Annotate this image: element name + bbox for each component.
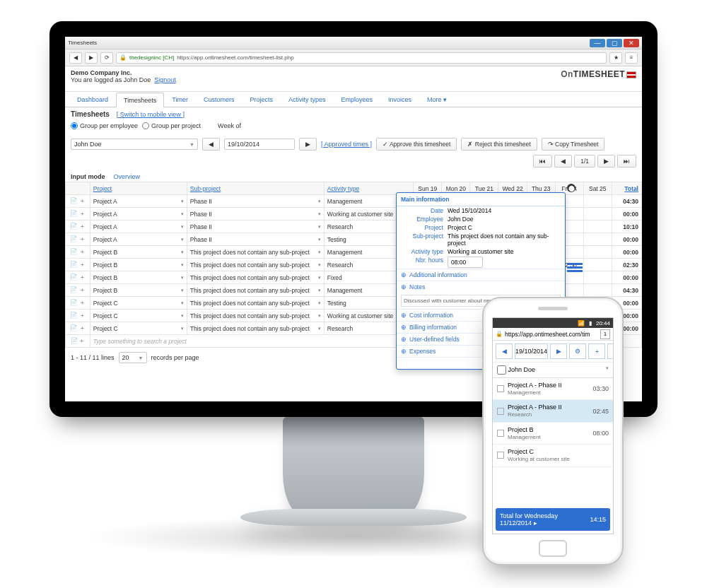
url-box[interactable]: 🔒 thedesigninc [CH] https://app.ontimesh… [116, 52, 607, 64]
phone-day-next[interactable]: ▶ [550, 343, 567, 359]
radio-group-project[interactable]: Group per project [142, 122, 201, 129]
popover-notes[interactable]: ⊕Notes [397, 281, 565, 293]
row-add-icon[interactable]: ＋ [79, 235, 86, 242]
row-add-icon[interactable]: ＋ [79, 223, 86, 230]
time-cell[interactable] [583, 271, 612, 284]
phone-list-item[interactable]: Project CWorking at customer site [493, 445, 613, 466]
checkbox[interactable] [497, 408, 504, 415]
bookmark-star[interactable]: ★ [609, 52, 622, 64]
project-select[interactable]: Project C▾ [93, 325, 184, 332]
time-cell[interactable] [583, 284, 612, 297]
checkbox[interactable] [497, 430, 504, 437]
mode-overview[interactable]: Overview [114, 173, 141, 180]
time-cell[interactable] [583, 208, 612, 220]
subproject-select[interactable]: This project does not contain any sub-pr… [190, 261, 321, 269]
popover-hours-input[interactable]: 08:00 [448, 257, 483, 268]
project-select[interactable]: Project A▾ [93, 223, 184, 230]
subproject-select[interactable]: Phase II▾ [190, 236, 321, 243]
project-select[interactable]: Project B▾ [93, 261, 184, 269]
checkbox[interactable] [497, 385, 504, 392]
subproject-select[interactable]: This project does not contain any sub-pr… [190, 312, 321, 319]
nav-reload[interactable]: ⟳ [100, 52, 113, 64]
row-add-icon[interactable]: ＋ [79, 299, 86, 306]
subproject-select[interactable]: Phase II▾ [190, 211, 321, 218]
row-add-icon[interactable]: ＋ [79, 210, 86, 217]
row-copy-icon[interactable]: 📄 [70, 261, 78, 268]
phone-day-prev[interactable]: ◀ [496, 343, 513, 359]
phone-employee-row[interactable]: John Doe ▾ [493, 363, 613, 378]
row-add-icon[interactable]: ＋ [79, 274, 86, 281]
time-cell[interactable] [583, 259, 612, 271]
row-add-icon[interactable]: ＋ [79, 324, 86, 331]
col-project[interactable]: Project [90, 182, 187, 195]
tab-timer[interactable]: Timer [164, 92, 196, 107]
row-add-icon[interactable]: ＋ [79, 261, 86, 268]
radio-group-employee[interactable]: Group per employee [71, 122, 138, 129]
page-next[interactable]: ▶ [597, 155, 615, 167]
window-maximize[interactable]: ▢ [607, 39, 622, 47]
row-copy-icon[interactable]: 📄 [70, 210, 78, 217]
employee-select[interactable]: John Doe▼ [71, 139, 198, 150]
phone-list-item[interactable]: Project A - Phase IIResearch02:45 [493, 400, 613, 422]
per-page-select[interactable]: 20▼ [119, 352, 147, 363]
tab-customers[interactable]: Customers [196, 92, 243, 107]
project-select[interactable]: Project A▾ [93, 211, 184, 218]
row-copy-icon[interactable]: 📄 [70, 312, 78, 319]
mode-input[interactable]: Input mode [71, 173, 105, 180]
tab-timesheets[interactable]: Timesheets [116, 93, 164, 107]
popover-drag-handle[interactable] [567, 263, 583, 278]
project-select[interactable]: Project B▾ [93, 287, 184, 294]
phone-menu[interactable]: ≡ [607, 343, 614, 359]
row-add-icon[interactable]: ＋ [79, 312, 86, 319]
window-close[interactable]: ✕ [624, 39, 639, 47]
phone-list-item[interactable]: Project BManagement08:00 [493, 423, 613, 445]
time-cell[interactable] [583, 246, 612, 259]
row-copy-icon[interactable]: 📄 [70, 197, 78, 204]
week-prev[interactable]: ◀ [202, 138, 220, 151]
week-of-date[interactable]: 19/10/2014 [224, 139, 295, 150]
row-copy-icon[interactable]: 📄 [70, 286, 78, 293]
phone-add[interactable]: ＋ [588, 343, 605, 359]
subproject-select[interactable]: Phase II▾ [190, 198, 321, 205]
subproject-select[interactable]: This project does not contain any sub-pr… [190, 300, 321, 307]
browser-menu[interactable]: ≡ [625, 52, 638, 64]
subproject-select[interactable]: This project does not contain any sub-pr… [190, 325, 321, 332]
row-add-icon[interactable]: ＋ [79, 197, 86, 204]
project-select[interactable]: Project B▾ [93, 274, 184, 281]
col-subproject[interactable]: Sub-project [187, 182, 324, 195]
project-select[interactable]: Project C▾ [93, 300, 184, 307]
tab-more-[interactable]: More ▾ [419, 92, 455, 107]
project-select[interactable]: Project B▾ [93, 249, 184, 256]
window-minimize[interactable]: — [590, 39, 605, 47]
phone-date[interactable]: 19/10/2014 [515, 343, 548, 359]
row-add-icon[interactable]: ＋ [79, 286, 86, 293]
subproject-select[interactable]: This project does not contain any sub-pr… [190, 287, 321, 294]
checkbox[interactable] [497, 452, 504, 459]
nav-forward[interactable]: ▶ [85, 52, 98, 64]
signout-link[interactable]: Signout [154, 76, 176, 83]
row-add-icon[interactable]: 📄＋ [71, 337, 85, 344]
nav-back[interactable]: ◀ [69, 52, 82, 64]
week-next[interactable]: ▶ [299, 138, 317, 151]
project-select[interactable]: Project A▾ [93, 198, 184, 205]
page-first[interactable]: ⏮ [533, 155, 552, 167]
time-cell[interactable] [583, 220, 612, 233]
tab-dashboard[interactable]: Dashboard [69, 92, 116, 107]
row-copy-icon[interactable]: 📄 [70, 274, 78, 281]
phone-home-button[interactable] [539, 540, 567, 557]
subproject-select[interactable]: Phase II▾ [190, 223, 321, 230]
row-copy-icon[interactable]: 📄 [70, 248, 78, 255]
row-copy-icon[interactable]: 📄 [70, 299, 78, 306]
switch-mobile-link[interactable]: [ Switch to mobile view ] [117, 111, 185, 118]
time-cell[interactable] [583, 233, 612, 246]
page-last[interactable]: ⏭ [617, 155, 636, 167]
row-copy-icon[interactable]: 📄 [70, 324, 78, 331]
popover-pin-icon[interactable]: ⬤ [567, 184, 575, 192]
phone-tabs-button[interactable]: 1 [600, 329, 610, 339]
row-copy-icon[interactable]: 📄 [70, 223, 78, 230]
time-cell[interactable] [583, 195, 612, 208]
phone-settings[interactable]: ⚙ [569, 343, 586, 359]
popover-additional[interactable]: ⊕Additional information [397, 269, 565, 281]
approve-button[interactable]: ✓ Approve this timesheet [376, 138, 457, 151]
tab-invoices[interactable]: Invoices [380, 92, 419, 107]
